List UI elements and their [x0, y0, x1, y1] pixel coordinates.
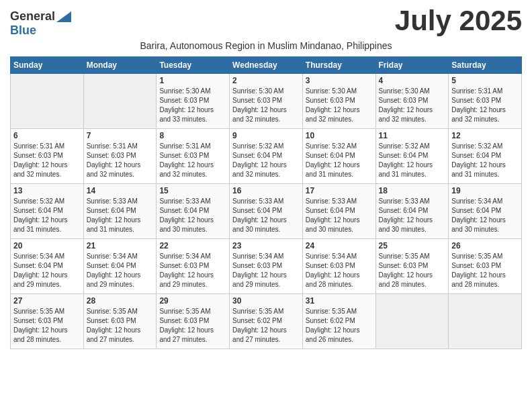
day-info: Sunrise: 5:35 AM Sunset: 6:02 PM Dayligh…: [232, 307, 300, 345]
calendar-cell: 26Sunrise: 5:35 AM Sunset: 6:03 PM Dayli…: [449, 239, 522, 294]
day-number: 9: [232, 131, 300, 140]
day-info: Sunrise: 5:31 AM Sunset: 6:03 PM Dayligh…: [451, 87, 519, 124]
day-info: Sunrise: 5:30 AM Sunset: 6:03 PM Dayligh…: [379, 87, 446, 124]
calendar-cell: 18Sunrise: 5:33 AM Sunset: 6:04 PM Dayli…: [375, 184, 449, 239]
calendar-cell: 15Sunrise: 5:33 AM Sunset: 6:04 PM Dayli…: [157, 184, 230, 239]
day-info: Sunrise: 5:32 AM Sunset: 6:04 PM Dayligh…: [232, 142, 300, 179]
month-title: July 2025: [395, 7, 522, 35]
calendar-cell: 16Sunrise: 5:33 AM Sunset: 6:04 PM Dayli…: [230, 184, 303, 239]
calendar-cell: 19Sunrise: 5:34 AM Sunset: 6:04 PM Dayli…: [449, 184, 522, 239]
day-number: 8: [159, 131, 226, 140]
week-row-4: 20Sunrise: 5:34 AM Sunset: 6:04 PM Dayli…: [11, 239, 522, 294]
calendar-cell: 4Sunrise: 5:30 AM Sunset: 6:03 PM Daylig…: [375, 74, 449, 129]
day-number: 29: [159, 296, 226, 306]
day-info: Sunrise: 5:34 AM Sunset: 6:04 PM Dayligh…: [87, 252, 154, 289]
week-row-1: 1Sunrise: 5:30 AM Sunset: 6:03 PM Daylig…: [11, 74, 522, 129]
day-number: 17: [306, 186, 373, 195]
calendar-cell: 22Sunrise: 5:34 AM Sunset: 6:03 PM Dayli…: [157, 239, 230, 294]
calendar-cell: 9Sunrise: 5:32 AM Sunset: 6:04 PM Daylig…: [230, 129, 303, 184]
day-number: 10: [306, 131, 373, 140]
header-row: SundayMondayTuesdayWednesdayThursdayFrid…: [11, 57, 522, 74]
day-number: 23: [232, 241, 300, 250]
day-number: 25: [379, 241, 446, 250]
day-number: 24: [306, 241, 373, 250]
day-number: 3: [306, 76, 373, 85]
day-number: 4: [379, 76, 446, 85]
week-row-5: 27Sunrise: 5:35 AM Sunset: 6:03 PM Dayli…: [11, 294, 522, 349]
day-info: Sunrise: 5:34 AM Sunset: 6:03 PM Dayligh…: [306, 252, 373, 289]
day-number: 27: [13, 296, 81, 306]
day-number: 16: [232, 186, 300, 195]
day-info: Sunrise: 5:33 AM Sunset: 6:04 PM Dayligh…: [306, 197, 373, 234]
calendar-cell: 31Sunrise: 5:35 AM Sunset: 6:02 PM Dayli…: [302, 294, 375, 349]
day-number: 7: [87, 131, 154, 140]
day-number: 5: [451, 76, 519, 85]
day-number: 26: [451, 241, 519, 250]
day-info: Sunrise: 5:35 AM Sunset: 6:03 PM Dayligh…: [87, 307, 154, 345]
week-row-3: 13Sunrise: 5:32 AM Sunset: 6:04 PM Dayli…: [11, 184, 522, 239]
day-number: 11: [379, 131, 446, 140]
day-number: 15: [159, 186, 226, 195]
day-info: Sunrise: 5:30 AM Sunset: 6:03 PM Dayligh…: [306, 87, 373, 124]
day-number: 19: [451, 186, 519, 195]
day-info: Sunrise: 5:34 AM Sunset: 6:04 PM Dayligh…: [451, 197, 519, 234]
calendar-cell: 28Sunrise: 5:35 AM Sunset: 6:03 PM Dayli…: [83, 294, 157, 349]
calendar-header: SundayMondayTuesdayWednesdayThursdayFrid…: [11, 57, 522, 74]
calendar-cell: 29Sunrise: 5:35 AM Sunset: 6:03 PM Dayli…: [157, 294, 230, 349]
day-info: Sunrise: 5:35 AM Sunset: 6:03 PM Dayligh…: [13, 307, 81, 345]
day-number: 1: [159, 76, 226, 85]
day-info: Sunrise: 5:32 AM Sunset: 6:04 PM Dayligh…: [379, 142, 446, 179]
logo: General Blue: [10, 9, 71, 38]
day-header-wednesday: Wednesday: [230, 57, 303, 74]
day-number: 21: [87, 241, 154, 250]
calendar-cell: 24Sunrise: 5:34 AM Sunset: 6:03 PM Dayli…: [302, 239, 375, 294]
day-number: 12: [451, 131, 519, 140]
day-info: Sunrise: 5:30 AM Sunset: 6:03 PM Dayligh…: [159, 87, 226, 124]
day-header-thursday: Thursday: [302, 57, 375, 74]
day-info: Sunrise: 5:31 AM Sunset: 6:03 PM Dayligh…: [159, 142, 226, 179]
calendar-cell: 1Sunrise: 5:30 AM Sunset: 6:03 PM Daylig…: [157, 74, 230, 129]
day-number: 6: [13, 131, 81, 140]
day-info: Sunrise: 5:32 AM Sunset: 6:04 PM Dayligh…: [13, 197, 81, 234]
day-number: 14: [87, 186, 154, 195]
day-header-monday: Monday: [83, 57, 157, 74]
calendar-cell: 25Sunrise: 5:35 AM Sunset: 6:03 PM Dayli…: [375, 239, 449, 294]
calendar-cell: [375, 294, 449, 349]
day-header-sunday: Sunday: [11, 57, 84, 74]
logo-general-text: General: [10, 9, 55, 24]
calendar-cell: 30Sunrise: 5:35 AM Sunset: 6:02 PM Dayli…: [230, 294, 303, 349]
calendar-cell: [83, 74, 157, 129]
calendar-cell: [11, 74, 84, 129]
calendar-cell: 17Sunrise: 5:33 AM Sunset: 6:04 PM Dayli…: [302, 184, 375, 239]
calendar-cell: 10Sunrise: 5:32 AM Sunset: 6:04 PM Dayli…: [302, 129, 375, 184]
calendar-cell: 12Sunrise: 5:32 AM Sunset: 6:04 PM Dayli…: [449, 129, 522, 184]
day-info: Sunrise: 5:31 AM Sunset: 6:03 PM Dayligh…: [13, 142, 81, 179]
logo-blue-text: Blue: [10, 24, 36, 38]
calendar-cell: 5Sunrise: 5:31 AM Sunset: 6:03 PM Daylig…: [449, 74, 522, 129]
day-info: Sunrise: 5:35 AM Sunset: 6:02 PM Dayligh…: [306, 307, 373, 345]
calendar-cell: 13Sunrise: 5:32 AM Sunset: 6:04 PM Dayli…: [11, 184, 84, 239]
calendar-cell: 7Sunrise: 5:31 AM Sunset: 6:03 PM Daylig…: [83, 129, 157, 184]
calendar-cell: 8Sunrise: 5:31 AM Sunset: 6:03 PM Daylig…: [157, 129, 230, 184]
day-number: 2: [232, 76, 300, 85]
calendar-cell: 14Sunrise: 5:33 AM Sunset: 6:04 PM Dayli…: [83, 184, 157, 239]
page-header: General Blue July 2025: [10, 7, 522, 38]
day-header-saturday: Saturday: [449, 57, 522, 74]
calendar-cell: 3Sunrise: 5:30 AM Sunset: 6:03 PM Daylig…: [302, 74, 375, 129]
day-number: 20: [13, 241, 81, 250]
day-number: 13: [13, 186, 81, 195]
day-info: Sunrise: 5:35 AM Sunset: 6:03 PM Dayligh…: [379, 252, 446, 289]
calendar-cell: 23Sunrise: 5:34 AM Sunset: 6:03 PM Dayli…: [230, 239, 303, 294]
calendar-cell: 27Sunrise: 5:35 AM Sunset: 6:03 PM Dayli…: [11, 294, 84, 349]
week-row-2: 6Sunrise: 5:31 AM Sunset: 6:03 PM Daylig…: [11, 129, 522, 184]
day-number: 22: [159, 241, 226, 250]
day-number: 31: [306, 296, 373, 306]
day-info: Sunrise: 5:33 AM Sunset: 6:04 PM Dayligh…: [232, 197, 300, 234]
day-number: 18: [379, 186, 446, 195]
day-info: Sunrise: 5:34 AM Sunset: 6:03 PM Dayligh…: [159, 252, 226, 289]
day-header-friday: Friday: [375, 57, 449, 74]
day-header-tuesday: Tuesday: [157, 57, 230, 74]
calendar-cell: 6Sunrise: 5:31 AM Sunset: 6:03 PM Daylig…: [11, 129, 84, 184]
calendar-cell: 21Sunrise: 5:34 AM Sunset: 6:04 PM Dayli…: [83, 239, 157, 294]
day-info: Sunrise: 5:31 AM Sunset: 6:03 PM Dayligh…: [87, 142, 154, 179]
